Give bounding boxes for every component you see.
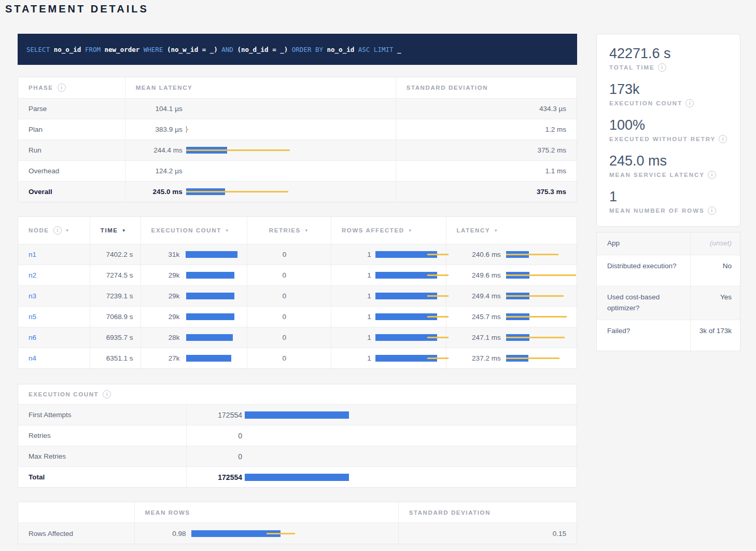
detail-value: (unset)	[690, 232, 740, 255]
rows-affected-bar	[375, 355, 437, 362]
phase-row-parse: Parse 104.1 µs 434.3 µs	[18, 98, 577, 119]
std-dev-value: 375.3 ms	[396, 182, 577, 202]
phase-row-overall: Overall 245.0 ms 375.3 ms	[18, 181, 577, 202]
time-value: 6351.1 s	[90, 348, 141, 368]
rows-affected-bar	[375, 334, 437, 341]
info-icon[interactable]: i	[685, 99, 694, 107]
stddev-whisker	[506, 337, 565, 338]
node-link[interactable]: n4	[29, 354, 36, 362]
info-icon[interactable]: i	[58, 84, 66, 92]
node-stats-table: NODE i ▼ TIME ▼ EXECUTION COUNT ▼ RETRIE…	[18, 216, 577, 369]
execution-count-bar	[186, 334, 233, 341]
bar	[186, 313, 234, 320]
execution-count-bar	[186, 355, 231, 362]
stddev-whisker	[506, 254, 558, 255]
execution-count-bar	[186, 293, 234, 299]
sql-keyword: SELECT	[26, 46, 54, 53]
time-column-header[interactable]: TIME ▼	[90, 217, 141, 244]
stat-value: 42271.6 s	[609, 46, 727, 62]
node-link[interactable]: n2	[29, 271, 36, 279]
info-icon[interactable]: i	[719, 135, 727, 143]
exec-row-label: First Attempts	[18, 405, 186, 425]
info-icon[interactable]: i	[658, 63, 666, 72]
std-dev-value: 1.1 ms	[396, 161, 577, 181]
stat-mean-number-of-rows: 1 MEAN NUMBER OF ROWSi	[609, 189, 727, 215]
sql-keyword: FROM	[81, 46, 104, 53]
rows-affected-label: Rows Affected	[18, 523, 134, 544]
mean-rows-bar	[191, 530, 281, 537]
phase-row-plan: Plan 383.9 µs 1.2 ms	[18, 119, 577, 140]
time-value: 7068.9 s	[90, 307, 141, 327]
execution-count-bar	[186, 313, 234, 320]
time-value: 7402.2 s	[90, 244, 141, 265]
sort-desc-icon[interactable]: ▼	[122, 228, 127, 233]
rows-affected-column-header[interactable]: ROWS AFFECTED ▼	[331, 217, 446, 244]
node-column-header[interactable]: NODE i ▼	[18, 217, 90, 244]
rows-affected-bar	[375, 313, 437, 320]
latency-bar	[506, 355, 528, 362]
summary-stats-card: 42271.6 s TOTAL TIMEi 173k EXECUTION COU…	[596, 34, 740, 227]
latency-bar	[506, 251, 529, 258]
stat-label: EXECUTED WITHOUT RETRYi	[609, 135, 727, 143]
stat-total-time: 42271.6 s TOTAL TIMEi	[609, 46, 727, 72]
sort-desc-icon[interactable]: ▼	[408, 228, 413, 233]
info-icon[interactable]: i	[103, 390, 111, 398]
sort-desc-icon[interactable]: ▼	[304, 228, 310, 233]
latency-value: 249.6 ms	[457, 271, 501, 279]
phase-row-overhead: Overhead 124.2 µs 1.1 ms	[18, 160, 577, 181]
phase-label: Parse	[18, 99, 125, 119]
retries-value: 0	[258, 292, 286, 300]
execution-count-bar	[186, 272, 234, 279]
sql-identifier: new_order	[105, 46, 140, 53]
stat-executed-without-retry: 100% EXECUTED WITHOUT RETRYi	[609, 117, 727, 143]
stddev-whisker	[267, 533, 295, 534]
stddev-whisker	[427, 357, 449, 359]
page-title: STATEMENT DETAILS	[5, 3, 149, 15]
node-row: n4 6351.1 s 27k 0 1 237.2 ms	[18, 348, 577, 368]
retries-value: 0	[258, 251, 286, 258]
execution-count-value: 28k	[151, 334, 180, 341]
sort-desc-icon[interactable]: ▼	[65, 228, 71, 233]
node-link[interactable]: n1	[29, 251, 36, 258]
node-link[interactable]: n6	[29, 334, 36, 341]
bar	[186, 251, 237, 258]
node-link[interactable]: n5	[29, 313, 36, 321]
std-dev-value: 1.2 ms	[396, 119, 577, 140]
detail-row-distributed-execution: Distributed execution? No	[597, 255, 740, 286]
mean-latency-value: 104.1 µs	[136, 105, 183, 113]
stddev-whisker	[186, 129, 188, 130]
info-icon[interactable]: i	[708, 206, 716, 215]
exec-count-bar	[245, 474, 349, 481]
mean-rows-value: 0.98	[145, 530, 186, 538]
node-row: n3 7239.1 s 29k 0 1 249.4 ms	[18, 285, 577, 306]
sort-desc-icon[interactable]: ▼	[225, 228, 230, 233]
bar	[245, 474, 349, 481]
stat-label: TOTAL TIMEi	[609, 63, 727, 72]
info-icon[interactable]: i	[53, 226, 62, 235]
stddev-whisker	[506, 357, 559, 359]
phase-label: Plan	[18, 119, 125, 140]
std-dev-value: 434.3 µs	[396, 99, 577, 119]
execution-count-bar	[186, 251, 237, 258]
stat-mean-service-latency: 245.0 ms MEAN SERVICE LATENCYi	[609, 153, 727, 179]
node-link[interactable]: n3	[29, 292, 36, 300]
sql-keyword: ORDER BY	[288, 46, 327, 53]
info-icon[interactable]: i	[708, 171, 716, 179]
execution-count-column-header[interactable]: EXECUTION COUNT ▼	[141, 217, 247, 244]
retries-column-header[interactable]: RETRIES ▼	[247, 217, 331, 244]
latency-value: 245.7 ms	[457, 313, 501, 321]
exec-row-value: 172554	[197, 473, 242, 481]
mean-latency-column-header: MEAN LATENCY	[125, 77, 396, 98]
stddev-whisker	[427, 295, 449, 297]
bar	[245, 411, 349, 419]
execution-count-value: 29k	[151, 292, 180, 300]
retries-value: 0	[258, 354, 286, 362]
stat-value: 245.0 ms	[609, 153, 727, 169]
rows-affected-value: 1	[342, 334, 371, 341]
stddev-whisker	[506, 316, 567, 318]
sql-identifier: no_o_id	[54, 46, 81, 53]
main-column: SELECT no_o_id FROM new_order WHERE (no_…	[18, 34, 577, 544]
detail-label: Failed?	[597, 320, 690, 351]
latency-column-header[interactable]: LATENCY ▼	[446, 217, 577, 244]
sort-desc-icon[interactable]: ▼	[494, 228, 499, 233]
